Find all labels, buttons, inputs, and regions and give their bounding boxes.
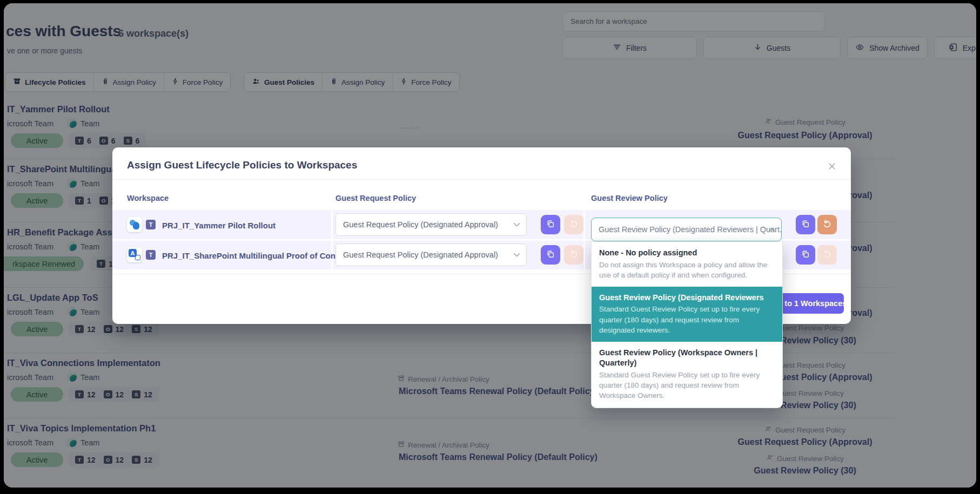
undo-icon bbox=[569, 250, 578, 260]
chevron-down-icon bbox=[513, 251, 520, 259]
copy-icon bbox=[801, 220, 810, 230]
copy-policy-button[interactable] bbox=[796, 215, 815, 234]
reset-policy-button[interactable] bbox=[564, 245, 583, 265]
column-header-request-policy: Guest Request Policy bbox=[335, 194, 416, 202]
review-policy-dropdown: None - No policy assigned Do not assign … bbox=[591, 241, 783, 408]
request-policy-select[interactable]: Guest Request Policy (Designated Approva… bbox=[335, 243, 527, 266]
modal-title: Assign Guest Lifecycle Policies to Works… bbox=[127, 159, 357, 171]
translate-icon bbox=[135, 255, 140, 260]
reset-policy-button[interactable] bbox=[817, 215, 837, 234]
modal-column-gap bbox=[331, 210, 333, 269]
copy-icon bbox=[801, 250, 810, 260]
reset-policy-button[interactable] bbox=[817, 245, 837, 265]
teams-icon: T bbox=[146, 250, 156, 260]
dropdown-option-workspace-owners[interactable]: Guest Review Policy (Workspace Owners | … bbox=[592, 342, 782, 408]
request-policy-select[interactable]: Guest Request Policy (Designated Approva… bbox=[335, 213, 527, 236]
close-icon[interactable] bbox=[825, 159, 839, 173]
review-policy-select-open[interactable]: Guest Review Policy (Designated Reviewer… bbox=[591, 218, 782, 241]
copy-policy-button[interactable] bbox=[796, 245, 815, 265]
modal-workspace-name[interactable]: PRJ_IT_SharePoint Multilingual Proof of … bbox=[162, 251, 352, 260]
dropdown-option-designated-reviewers[interactable]: Guest Review Policy (Designated Reviewer… bbox=[592, 287, 782, 342]
chevron-up-icon bbox=[768, 225, 775, 234]
copy-icon bbox=[546, 220, 555, 230]
column-header-workspace: Workspace bbox=[127, 194, 169, 202]
undo-icon bbox=[569, 220, 578, 230]
undo-icon bbox=[823, 250, 831, 260]
modal-workspace-name[interactable]: PRJ_IT_Yammer Pilot Rollout bbox=[162, 221, 276, 230]
app-window: ces with Guests 6 workspace(s) ve one or… bbox=[4, 3, 976, 488]
undo-icon bbox=[823, 220, 831, 230]
chevron-down-icon bbox=[513, 220, 520, 229]
teams-icon: T bbox=[146, 220, 156, 229]
workspace-avatar-translator: A bbox=[127, 247, 142, 262]
dropdown-option-none[interactable]: None - No policy assigned Do not assign … bbox=[592, 242, 782, 287]
workspace-avatar-yammer bbox=[127, 217, 142, 232]
modal-divider bbox=[112, 179, 851, 180]
column-header-review-policy: Guest Review Policy bbox=[591, 194, 668, 202]
reset-policy-button[interactable] bbox=[564, 215, 583, 234]
copy-icon bbox=[546, 250, 555, 260]
modal-column-gap bbox=[583, 210, 585, 269]
copy-policy-button[interactable] bbox=[541, 245, 560, 265]
copy-policy-button[interactable] bbox=[541, 215, 560, 234]
